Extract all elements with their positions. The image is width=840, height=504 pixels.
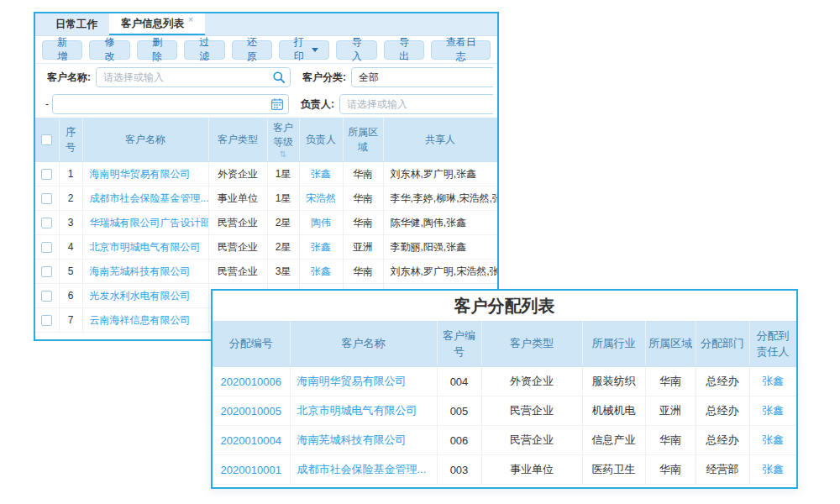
calendar-icon[interactable]	[270, 97, 284, 111]
cell-dept: 经营部	[696, 455, 749, 485]
row-checkbox[interactable]	[41, 193, 52, 204]
tab-label: 日常工作	[55, 18, 97, 32]
table-row: 1 海南明华贸易有限公司 外资企业 1星 张鑫 华南 刘东林,罗广明,张鑫	[35, 162, 497, 186]
customer-name-link[interactable]: 成都市社会保险基金管理...	[82, 186, 208, 211]
col-header-owner: 负责人	[299, 118, 343, 162]
cell-level: 2星	[267, 211, 299, 235]
tab-customer-info-list[interactable]: 客户信息列表 ×	[109, 13, 205, 35]
col-header-industry: 所属行业	[582, 322, 645, 367]
owner-link[interactable]: 陶伟	[299, 211, 343, 235]
customer-name-link[interactable]: 海南芜城科技有限公司	[82, 260, 208, 284]
col-header-customer-no: 客户编号	[437, 322, 481, 367]
import-button[interactable]: 导入	[336, 40, 376, 60]
cell-region: 华南	[343, 211, 383, 235]
customer-name-link[interactable]: 华瑞城有限公司广告设计部	[82, 211, 208, 235]
table-row: 4 北京市明城电气有限公司 民营企业 2星 张鑫 亚洲 李勤丽,阳强,张鑫	[35, 235, 497, 260]
tab-daily-work[interactable]: 日常工作	[44, 13, 109, 35]
assignee-link[interactable]: 张鑫	[749, 426, 796, 455]
cell-region: 华南	[645, 455, 696, 485]
col-header-customer-level: 客户等级 ⇅	[267, 118, 299, 162]
caret-down-icon	[312, 48, 318, 52]
cell-type: 民营企业	[481, 396, 582, 426]
cell-region: 华南	[645, 367, 696, 396]
select-all-checkbox[interactable]	[41, 134, 52, 145]
customer-name-link[interactable]: 海南芜城科技有限公司	[290, 426, 437, 455]
alloc-no-link[interactable]: 2020010004	[213, 426, 290, 455]
cell-no: 4	[59, 235, 82, 260]
edit-button[interactable]: 修改	[89, 40, 129, 60]
cell-dept: 总经办	[696, 367, 749, 396]
filter-button[interactable]: 过滤	[184, 40, 224, 60]
owner-link[interactable]: 张鑫	[299, 162, 343, 186]
row-checkbox[interactable]	[41, 315, 52, 326]
cell-type: 事业单位	[208, 186, 267, 211]
customer-category-select[interactable]	[351, 67, 493, 87]
row-checkbox[interactable]	[41, 242, 52, 253]
restore-button[interactable]: 还原	[232, 40, 272, 60]
customer-name-link[interactable]: 海南明华贸易有限公司	[82, 162, 208, 186]
add-button[interactable]: 新增	[42, 40, 82, 60]
row-checkbox[interactable]	[41, 218, 52, 228]
alloc-no-link[interactable]: 2020010001	[213, 455, 290, 485]
filter-area: 客户名称: 客户分类: -	[35, 64, 497, 118]
cell-industry: 医药卫生	[582, 455, 645, 485]
cell-level: 2星	[267, 235, 299, 260]
cell-customer-no: 005	[437, 396, 481, 426]
cell-region: 华南	[343, 186, 383, 211]
cell-dept: 总经办	[696, 396, 749, 426]
col-header-region: 所属区域	[343, 118, 383, 162]
table-header-row: 分配编号 客户名称 客户编号 客户类型 所属行业 所属区域 分配部门 分配到责任…	[213, 322, 796, 367]
row-checkbox[interactable]	[41, 266, 52, 277]
view-log-button[interactable]: 查看日志	[431, 40, 491, 60]
cell-type: 事业单位	[481, 455, 582, 485]
customer-name-link[interactable]: 光发水利水电有限公司	[82, 284, 208, 308]
cell-level: 3星	[267, 260, 299, 284]
cell-region: 华南	[343, 260, 383, 284]
close-icon[interactable]: ×	[188, 15, 193, 24]
alloc-no-link[interactable]: 2020010006	[213, 367, 290, 396]
cell-type: 民营企业	[481, 426, 582, 455]
table-row: 2020010001 成都市社会保险基金管理... 003 事业单位 医药卫生 …	[213, 455, 796, 485]
cell-no: 2	[59, 186, 82, 211]
customer-name-input[interactable]	[96, 67, 291, 87]
customer-name-link[interactable]: 北京市明城电气有限公司	[82, 235, 208, 260]
table-row: 3 华瑞城有限公司广告设计部 民营企业 2星 陶伟 华南 陈华健,陶伟,张鑫	[35, 211, 497, 235]
customer-name-link[interactable]: 海南明华贸易有限公司	[290, 367, 437, 396]
owner-label: 负责人:	[301, 97, 334, 112]
cell-shared: 刘东林,罗广明,宋浩然,张鑫	[383, 260, 497, 284]
cell-type: 民营企业	[208, 260, 267, 284]
cell-type: 外资企业	[481, 367, 582, 396]
search-icon[interactable]	[272, 71, 286, 84]
customer-allocation-window: 客户分配列表 分配编号 客户名称 客户编号 客户类型 所属行业 所属区域 分配部…	[211, 289, 798, 489]
row-checkbox[interactable]	[41, 169, 52, 180]
owner-link[interactable]: 张鑫	[299, 260, 343, 284]
tab-bar: 日常工作 客户信息列表 ×	[35, 13, 497, 36]
sort-icon[interactable]: ⇅	[270, 150, 297, 159]
alloc-no-link[interactable]: 2020010005	[213, 396, 290, 426]
customer-category-label: 客户分类:	[302, 71, 346, 85]
col-header-assignee: 分配到责任人	[749, 322, 796, 367]
tab-label: 客户信息列表	[121, 17, 184, 31]
col-header-alloc-no: 分配编号	[213, 322, 290, 367]
owner-link[interactable]: 宋浩然	[299, 186, 343, 211]
customer-name-label: 客户名称:	[47, 71, 91, 85]
customer-name-link[interactable]: 北京市明城电气有限公司	[290, 396, 437, 426]
owner-input[interactable]	[339, 94, 493, 114]
cell-customer-no: 004	[437, 367, 481, 396]
assignee-link[interactable]: 张鑫	[749, 455, 796, 485]
customer-name-link[interactable]: 云南海祥信息有限公司	[82, 308, 208, 333]
cell-no: 1	[59, 162, 82, 186]
export-button[interactable]: 导出	[384, 40, 424, 60]
cell-industry: 机械机电	[582, 396, 645, 426]
table-header-row: 序号 客户名称 客户类型 客户等级 ⇅ 负责人 所属区域 共享人	[35, 118, 497, 162]
print-button[interactable]: 打印	[279, 40, 330, 60]
assignee-link[interactable]: 张鑫	[749, 367, 796, 396]
date-input[interactable]	[52, 94, 289, 114]
owner-link[interactable]: 张鑫	[299, 235, 343, 260]
row-checkbox[interactable]	[41, 291, 52, 302]
cell-shared: 李华,李婷,柳琳,宋浩然,张鑫	[383, 186, 497, 211]
assignee-link[interactable]: 张鑫	[749, 396, 796, 426]
table-row: 5 海南芜城科技有限公司 民营企业 3星 张鑫 华南 刘东林,罗广明,宋浩然,张…	[35, 260, 497, 284]
customer-name-link[interactable]: 成都市社会保险基金管理...	[290, 455, 437, 485]
delete-button[interactable]: 删除	[137, 40, 177, 60]
